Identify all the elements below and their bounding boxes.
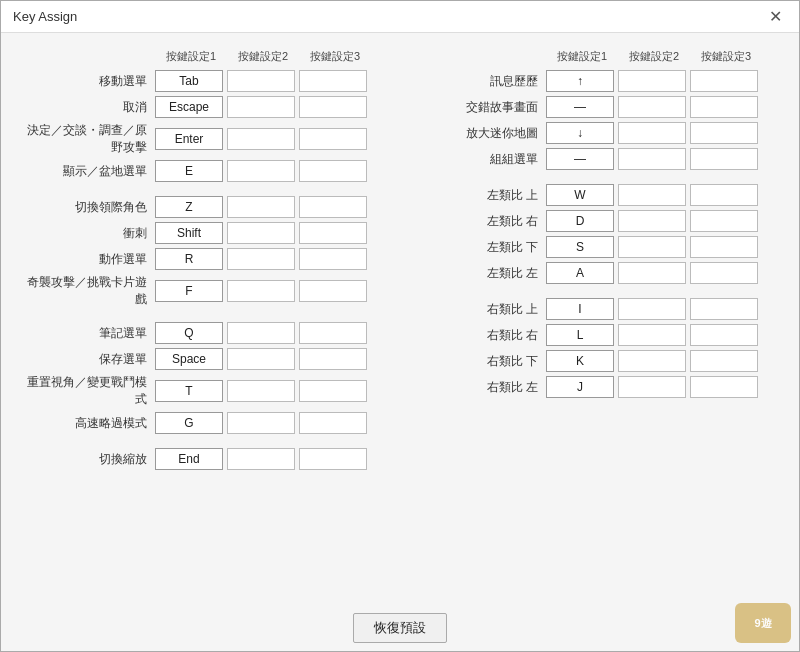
key-input-1[interactable] bbox=[155, 70, 223, 92]
key-input-3[interactable] bbox=[690, 70, 758, 92]
key-input-2[interactable] bbox=[227, 380, 295, 402]
row-label: 右類比 上 bbox=[416, 301, 546, 318]
key-input-2[interactable] bbox=[618, 184, 686, 206]
key-input-3[interactable] bbox=[299, 160, 367, 182]
key-input-2[interactable] bbox=[618, 262, 686, 284]
key-input-2[interactable] bbox=[227, 280, 295, 302]
key-input-3[interactable] bbox=[690, 236, 758, 258]
watermark: 9遊 bbox=[735, 603, 791, 643]
key-input-2[interactable] bbox=[227, 96, 295, 118]
key-input-3[interactable] bbox=[299, 348, 367, 370]
key-input-1[interactable] bbox=[546, 262, 614, 284]
key-input-1[interactable] bbox=[155, 448, 223, 470]
key-input-1[interactable] bbox=[155, 96, 223, 118]
key-input-1[interactable] bbox=[546, 350, 614, 372]
key-input-2[interactable] bbox=[618, 70, 686, 92]
key-input-1[interactable] bbox=[546, 376, 614, 398]
key-input-1[interactable] bbox=[155, 380, 223, 402]
key-input-1[interactable] bbox=[155, 128, 223, 150]
key-input-3[interactable] bbox=[299, 70, 367, 92]
key-input-3[interactable] bbox=[299, 322, 367, 344]
key-input-1[interactable] bbox=[546, 298, 614, 320]
key-input-2[interactable] bbox=[618, 324, 686, 346]
key-input-2[interactable] bbox=[227, 128, 295, 150]
key-input-3[interactable] bbox=[690, 148, 758, 170]
key-input-3[interactable] bbox=[299, 196, 367, 218]
row-label: 決定／交談・調查／原野攻擊 bbox=[25, 122, 155, 156]
row-label: 移動選單 bbox=[25, 73, 155, 90]
reset-button[interactable]: 恢復預設 bbox=[353, 613, 447, 643]
row-label: 重置視角／變更戰鬥模式 bbox=[25, 374, 155, 408]
key-input-3[interactable] bbox=[690, 122, 758, 144]
key-input-2[interactable] bbox=[618, 148, 686, 170]
key-input-2[interactable] bbox=[618, 96, 686, 118]
key-input-1[interactable] bbox=[155, 196, 223, 218]
key-input-2[interactable] bbox=[618, 236, 686, 258]
key-input-3[interactable] bbox=[690, 350, 758, 372]
key-input-2[interactable] bbox=[227, 70, 295, 92]
key-input-2[interactable] bbox=[227, 412, 295, 434]
key-input-1[interactable] bbox=[155, 348, 223, 370]
key-input-3[interactable] bbox=[299, 248, 367, 270]
right-header-col1: 按鍵設定1 bbox=[546, 49, 618, 64]
title-bar: Key Assign ✕ bbox=[1, 1, 799, 33]
left-header-row: 按鍵設定1 按鍵設定2 按鍵設定3 bbox=[25, 49, 384, 64]
key-input-2[interactable] bbox=[227, 196, 295, 218]
key-input-2[interactable] bbox=[618, 350, 686, 372]
key-input-2[interactable] bbox=[618, 210, 686, 232]
key-input-3[interactable] bbox=[690, 184, 758, 206]
key-input-2[interactable] bbox=[227, 222, 295, 244]
key-input-3[interactable] bbox=[690, 262, 758, 284]
row-label: 切換縮放 bbox=[25, 451, 155, 468]
key-input-1[interactable] bbox=[546, 96, 614, 118]
key-input-3[interactable] bbox=[299, 412, 367, 434]
spacer-row bbox=[416, 288, 775, 298]
key-input-3[interactable] bbox=[690, 96, 758, 118]
table-row: 動作選單 bbox=[25, 248, 384, 270]
row-label: 放大迷你地圖 bbox=[416, 125, 546, 142]
key-input-3[interactable] bbox=[299, 448, 367, 470]
key-input-2[interactable] bbox=[227, 322, 295, 344]
key-input-2[interactable] bbox=[227, 348, 295, 370]
key-input-1[interactable] bbox=[155, 160, 223, 182]
row-label: 顯示／盆地選單 bbox=[25, 163, 155, 180]
key-input-3[interactable] bbox=[299, 380, 367, 402]
key-input-1[interactable] bbox=[155, 322, 223, 344]
key-input-2[interactable] bbox=[227, 160, 295, 182]
spacer-row bbox=[416, 174, 775, 184]
close-button[interactable]: ✕ bbox=[763, 5, 787, 29]
key-input-2[interactable] bbox=[618, 376, 686, 398]
key-input-2[interactable] bbox=[618, 298, 686, 320]
table-row: 重置視角／變更戰鬥模式 bbox=[25, 374, 384, 408]
key-input-1[interactable] bbox=[155, 248, 223, 270]
key-input-3[interactable] bbox=[690, 376, 758, 398]
left-panel: 按鍵設定1 按鍵設定2 按鍵設定3 移動選單取消決定／交談・調查／原野攻擊顯示／… bbox=[25, 49, 384, 474]
key-input-2[interactable] bbox=[227, 248, 295, 270]
right-header-row: 按鍵設定1 按鍵設定2 按鍵設定3 bbox=[416, 49, 775, 64]
key-input-3[interactable] bbox=[299, 280, 367, 302]
key-input-1[interactable] bbox=[546, 324, 614, 346]
key-input-1[interactable] bbox=[546, 184, 614, 206]
key-input-3[interactable] bbox=[299, 222, 367, 244]
table-row: 右類比 右 bbox=[416, 324, 775, 346]
key-input-1[interactable] bbox=[546, 122, 614, 144]
key-input-3[interactable] bbox=[690, 210, 758, 232]
row-label: 高速略過模式 bbox=[25, 415, 155, 432]
row-label: 動作選單 bbox=[25, 251, 155, 268]
key-input-2[interactable] bbox=[227, 448, 295, 470]
key-input-1[interactable] bbox=[546, 70, 614, 92]
key-input-1[interactable] bbox=[546, 210, 614, 232]
key-input-1[interactable] bbox=[155, 412, 223, 434]
key-input-1[interactable] bbox=[546, 148, 614, 170]
key-input-1[interactable] bbox=[155, 222, 223, 244]
content-area: 按鍵設定1 按鍵設定2 按鍵設定3 移動選單取消決定／交談・調查／原野攻擊顯示／… bbox=[1, 33, 799, 601]
key-input-1[interactable] bbox=[155, 280, 223, 302]
key-input-3[interactable] bbox=[299, 128, 367, 150]
left-header-col2: 按鍵設定2 bbox=[227, 49, 299, 64]
key-input-3[interactable] bbox=[299, 96, 367, 118]
key-input-2[interactable] bbox=[618, 122, 686, 144]
key-input-1[interactable] bbox=[546, 236, 614, 258]
key-input-3[interactable] bbox=[690, 298, 758, 320]
table-row: 右類比 下 bbox=[416, 350, 775, 372]
key-input-3[interactable] bbox=[690, 324, 758, 346]
